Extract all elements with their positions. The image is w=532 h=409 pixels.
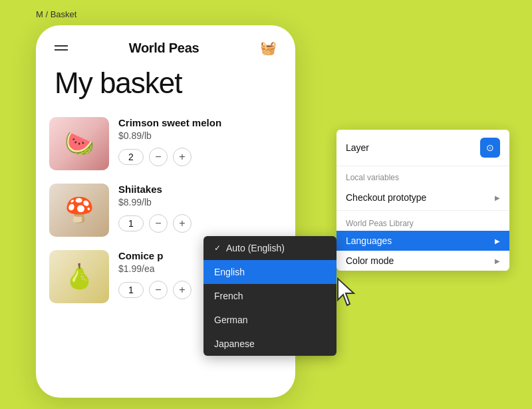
lang-japanese-label: Japanese bbox=[214, 339, 255, 349]
layer-section-1: Local variables bbox=[336, 166, 509, 188]
decrease-btn-3[interactable]: − bbox=[149, 281, 168, 299]
list-item: Crimson sweet melon $0.89/lb 2 − + bbox=[36, 110, 295, 177]
section2-label: World Peas Library bbox=[336, 213, 509, 231]
lang-german[interactable]: German bbox=[203, 308, 336, 332]
product-image-watermelon bbox=[49, 117, 109, 170]
list-item: Shiitakes $8.99/lb 1 − + bbox=[36, 177, 295, 243]
lang-auto-label: Auto (English) bbox=[226, 243, 285, 253]
lang-english[interactable]: English bbox=[203, 260, 336, 284]
decrease-btn-2[interactable]: − bbox=[149, 214, 168, 233]
page-title: My basket bbox=[36, 64, 295, 110]
eye-icon: ⊙ bbox=[486, 142, 494, 153]
arrow-icon: ▶ bbox=[495, 194, 500, 202]
decrease-btn-1[interactable]: − bbox=[149, 148, 168, 166]
lang-german-label: German bbox=[214, 315, 248, 325]
quantity-badge-1: 2 bbox=[118, 149, 144, 165]
lang-auto-english[interactable]: ✓ Auto (English) bbox=[203, 236, 336, 260]
quantity-badge-2: 1 bbox=[118, 215, 144, 231]
product-info-1: Crimson sweet melon $0.89/lb 2 − + bbox=[118, 117, 282, 166]
layer-panel-header: Layer ⊙ bbox=[336, 130, 509, 166]
lang-japanese[interactable]: Japanese bbox=[203, 332, 336, 356]
languages-label: Languages bbox=[346, 235, 392, 246]
hamburger-icon[interactable] bbox=[55, 45, 68, 51]
quantity-badge-3: 1 bbox=[118, 282, 144, 298]
breadcrumb: M / Basket bbox=[36, 9, 76, 19]
quantity-controls-2: 1 − + bbox=[118, 214, 282, 233]
increase-btn-2[interactable]: + bbox=[173, 214, 192, 233]
quantity-controls-1: 2 − + bbox=[118, 148, 282, 166]
increase-btn-1[interactable]: + bbox=[173, 148, 192, 166]
languages-item[interactable]: Languages ▶ bbox=[336, 231, 509, 251]
section1-label: Local variables bbox=[346, 173, 500, 182]
color-mode-label: Color mode bbox=[346, 255, 394, 266]
arrow-icon-lang: ▶ bbox=[495, 237, 500, 245]
layer-panel: Layer ⊙ Local variables Checkout prototy… bbox=[336, 130, 509, 271]
lang-french-label: French bbox=[214, 291, 243, 301]
product-price-1: $0.89/lb bbox=[118, 130, 282, 141]
checkmark-icon: ✓ bbox=[214, 243, 221, 253]
arrow-icon-color: ▶ bbox=[495, 257, 500, 265]
phone-logo: World Peas bbox=[129, 41, 200, 56]
language-dropdown: ✓ Auto (English) English French German J… bbox=[203, 236, 336, 356]
product-name-2: Shiitakes bbox=[118, 184, 282, 195]
lang-french[interactable]: French bbox=[203, 284, 336, 308]
product-price-2: $8.99/lb bbox=[118, 197, 282, 207]
increase-btn-3[interactable]: + bbox=[173, 281, 192, 299]
product-name-1: Crimson sweet melon bbox=[118, 117, 282, 128]
basket-icon[interactable]: 🧺 bbox=[260, 40, 277, 56]
checkout-prototype-item[interactable]: Checkout prototype ▶ bbox=[336, 188, 509, 207]
product-image-pear bbox=[49, 250, 109, 303]
product-image-shiitake bbox=[49, 184, 109, 237]
layer-icon-button[interactable]: ⊙ bbox=[480, 138, 500, 158]
checkout-label: Checkout prototype bbox=[346, 192, 426, 203]
phone-header: World Peas 🧺 bbox=[36, 25, 295, 64]
divider bbox=[336, 210, 509, 211]
lang-english-label: English bbox=[214, 267, 245, 277]
product-info-2: Shiitakes $8.99/lb 1 − + bbox=[118, 184, 282, 233]
color-mode-item[interactable]: Color mode ▶ bbox=[336, 251, 509, 271]
layer-panel-title: Layer bbox=[346, 142, 369, 153]
